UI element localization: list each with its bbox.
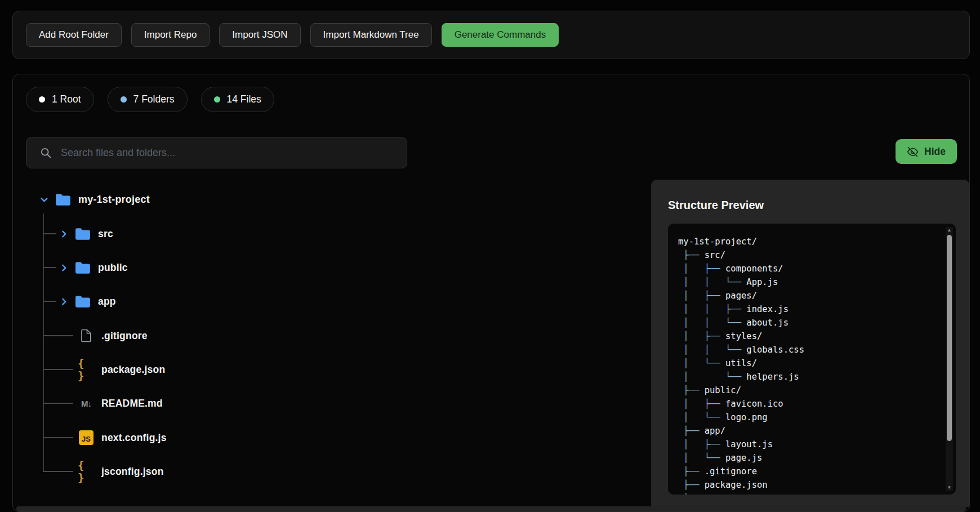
scroll-up-arrow-icon[interactable]: ▲ (947, 227, 952, 234)
preview-code-box: my-1st-project/ ├── src/ │ ├── component… (668, 224, 956, 495)
preview-line: my-1st-project/ (678, 235, 933, 248)
tree-row-label: .gitignore (101, 330, 148, 342)
file-tree: my-1st-project src p (26, 180, 651, 507)
root-count-label: 1 Root (52, 94, 81, 105)
preview-line: │ │ ├── index.js (678, 302, 933, 316)
toolbar: Add Root Folder Import Repo Import JSON … (12, 11, 970, 59)
chevron-right-icon[interactable] (59, 230, 69, 238)
hide-button-label: Hide (924, 146, 946, 158)
folders-count-label: 7 Folders (133, 94, 175, 105)
preview-line: ├── README.md (678, 492, 933, 495)
tree-row-package-json[interactable]: { } package.json (43, 359, 165, 380)
preview-line: ├── public/ (678, 384, 933, 397)
tree-row-app[interactable]: app (43, 291, 116, 311)
markdown-icon: M↓ (78, 399, 95, 408)
tree-connector (43, 403, 73, 404)
import-repo-button[interactable]: Import Repo (131, 23, 210, 47)
tree-connector (43, 233, 56, 234)
chevron-right-icon[interactable] (59, 297, 69, 306)
preview-line: │ │ └── about.js (678, 316, 933, 330)
preview-line: ├── .gitignore (678, 465, 933, 478)
tree-row-label: my-1st-project (78, 194, 150, 206)
tree-row-jsconfig[interactable]: { } jsconfig.json (43, 461, 164, 482)
preview-line: │ └── utils/ (678, 357, 933, 370)
add-root-folder-button[interactable]: Add Root Folder (26, 23, 122, 47)
tree-row-public[interactable]: public (43, 257, 128, 278)
preview-line: │ │ └── globals.css (678, 343, 933, 357)
chevron-down-icon[interactable] (39, 195, 49, 204)
tree-row-gitignore[interactable]: .gitignore (43, 326, 148, 346)
tree-connector (43, 471, 73, 472)
structure-preview-panel: Structure Preview my-1st-project/ ├── sr… (651, 180, 969, 507)
chevron-right-icon[interactable] (59, 264, 69, 272)
search-box[interactable] (26, 137, 407, 168)
import-markdown-tree-button[interactable]: Import Markdown Tree (310, 23, 432, 47)
folders-count-badge: 7 Folders (108, 87, 188, 112)
root-dot-icon (39, 96, 45, 103)
tree-row-next-config[interactable]: JS next.config.js (43, 428, 167, 448)
preview-scrollbar[interactable]: ▲ ▼ (946, 227, 953, 491)
tree-connector (43, 369, 73, 370)
javascript-icon: JS (78, 430, 95, 445)
files-count-badge: 14 Files (201, 87, 274, 112)
tree-row-label: app (98, 296, 116, 308)
tree-connector (43, 267, 56, 268)
tree-connector (43, 301, 56, 302)
preview-line: │ ├── pages/ (678, 289, 933, 302)
search-row: Hide (26, 137, 969, 168)
import-json-button[interactable]: Import JSON (219, 23, 300, 47)
preview-line: │ ├── favicon.ico (678, 397, 933, 411)
tree-row-label: jsconfig.json (101, 466, 164, 478)
preview-line: ├── package.json (678, 478, 933, 492)
preview-line: │ ├── styles/ (678, 330, 933, 343)
tree-row-label: README.md (101, 398, 163, 409)
preview-line: │ └── helpers.js (678, 370, 933, 384)
eye-off-icon (907, 146, 919, 158)
main-panel: 1 Root 7 Folders 14 Files (12, 74, 970, 512)
folder-icon (55, 193, 72, 206)
json-icon: { } (78, 357, 95, 382)
preview-line: │ ├── layout.js (678, 438, 933, 451)
tree-connector (43, 335, 73, 336)
tree-connector (43, 437, 73, 438)
folders-dot-icon (121, 96, 127, 103)
preview-line: ├── app/ (678, 424, 933, 438)
preview-line: │ └── page.js (678, 451, 933, 465)
preview-line: ├── src/ (678, 248, 933, 262)
hide-preview-button[interactable]: Hide (896, 139, 957, 164)
stats-row: 1 Root 7 Folders 14 Files (26, 87, 969, 112)
tree-row-label: next.config.js (101, 432, 167, 444)
horizontal-scrollbar[interactable] (16, 506, 966, 511)
tree-row-label: package.json (101, 364, 165, 376)
folder-icon (74, 295, 91, 308)
file-icon (78, 329, 95, 342)
content-row: my-1st-project src p (26, 180, 969, 507)
preview-line: │ └── logo.png (678, 411, 933, 424)
preview-line: │ ├── components/ (678, 262, 933, 275)
tree-row-label: src (98, 228, 113, 240)
scroll-down-arrow-icon[interactable]: ▼ (947, 484, 952, 491)
tree-row-readme[interactable]: M↓ README.md (43, 393, 163, 413)
scrollbar-thumb[interactable] (947, 235, 952, 441)
root-count-badge: 1 Root (26, 87, 94, 112)
folder-icon (74, 228, 91, 241)
tree-row-my-1st-project[interactable]: my-1st-project (39, 189, 150, 210)
structure-preview-title: Structure Preview (668, 198, 956, 212)
search-input[interactable] (61, 147, 397, 159)
search-icon (40, 147, 52, 159)
tree-row-src[interactable]: src (43, 224, 113, 244)
folder-icon (74, 261, 91, 274)
json-icon: { } (78, 459, 95, 484)
generate-commands-button[interactable]: Generate Commands (442, 23, 559, 47)
files-count-label: 14 Files (227, 94, 261, 105)
files-dot-icon (214, 96, 220, 103)
preview-line: │ │ └── App.js (678, 275, 933, 289)
tree-row-label: public (98, 262, 128, 274)
